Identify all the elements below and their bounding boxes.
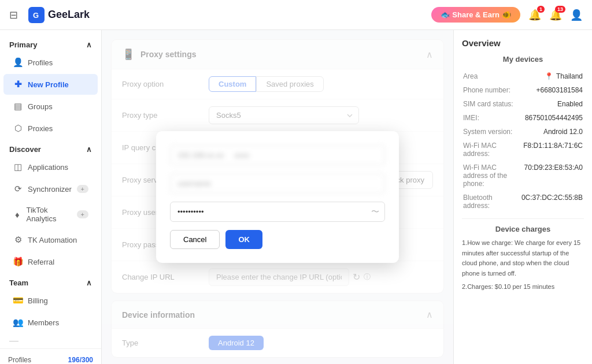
sidebar-item-synchronizer[interactable]: ⟳ Synchronizer + — [3, 179, 98, 199]
right-panel: Overview My devices Area 📍 Thailand Phon… — [453, 30, 592, 364]
user-avatar-icon[interactable]: 👤 — [570, 9, 583, 21]
sidebar-item-proxies[interactable]: ⬡ Proxies — [3, 118, 98, 139]
area-label: Area — [462, 69, 520, 83]
profiles-value: 196/300 — [68, 356, 93, 364]
sidebar-item-profiles[interactable]: 👤 Profiles — [3, 52, 98, 73]
my-devices-title: My devices — [462, 55, 584, 64]
modal-ok-button[interactable]: OK — [225, 230, 262, 249]
sidebar-item-new-profile[interactable]: ✚ New Profile — [3, 74, 98, 95]
notification-badge-2: 13 — [555, 6, 565, 13]
sidebar-item-label: Groups — [28, 102, 53, 111]
tk-automation-icon: ⚙ — [13, 235, 23, 245]
modal-proxy-username-input[interactable] — [170, 173, 385, 194]
sidebar-primary-section[interactable]: Primary ∧ — [0, 35, 101, 51]
logo-icon: G — [28, 7, 45, 23]
modal-proxy-server-input[interactable] — [170, 145, 385, 165]
device-charges-title: Device charges — [462, 225, 584, 233]
chevron-up-icon: ∧ — [86, 40, 92, 49]
modal-overlay: 〜 Cancel OK — [102, 30, 453, 364]
sim-row: SIM card status: Enabled — [462, 97, 584, 111]
app-title: GeeLark — [48, 9, 90, 21]
area-value: 📍 Thailand — [520, 69, 584, 83]
sidebar-item-label: New Profile — [28, 80, 69, 89]
modal-cancel-button[interactable]: Cancel — [170, 230, 220, 249]
tiktok-analytics-icon: ♦ — [13, 210, 21, 220]
modal-password-wrap: 〜 — [170, 202, 385, 222]
proxies-icon: ⬡ — [13, 123, 23, 133]
billing-icon: 💳 — [13, 295, 23, 306]
sidebar-primary-label: Primary — [9, 40, 37, 49]
sidebar-team-label: Team — [9, 278, 28, 287]
right-divider — [462, 218, 584, 219]
charges-text-2: 2.Charges: $0.10 per 15 minutes — [462, 282, 584, 292]
sidebar: Primary ∧ 👤 Profiles ✚ New Profile ▤ Gro… — [0, 30, 102, 364]
sidebar-separator-line: — — [0, 333, 101, 348]
topbar-left: ⊟ G GeeLark — [9, 7, 90, 23]
overview-title: Overview — [462, 38, 584, 48]
modal-box: 〜 Cancel OK — [156, 131, 399, 263]
sidebar-discover-section[interactable]: Discover ∧ — [0, 139, 101, 156]
sim-value: Enabled — [520, 97, 584, 111]
sidebar-item-label: Members — [28, 318, 59, 327]
groups-icon: ▤ — [13, 101, 23, 112]
bt-value: 0C:37:DC:2C:55:8B — [520, 191, 584, 213]
sidebar-toggle-icon[interactable]: ⊟ — [9, 9, 18, 21]
imei-value: 867501054442495 — [520, 111, 584, 125]
chevron-up-icon: ∧ — [86, 145, 92, 154]
notification-badge-1: 1 — [537, 6, 545, 13]
sidebar-item-label: Billing — [28, 296, 48, 305]
phone-value: +66803181584 — [520, 83, 584, 97]
sidebar-item-label: TK Automation — [28, 236, 77, 244]
phone-row: Phone number: +66803181584 — [462, 83, 584, 97]
topbar: ⊟ G GeeLark 🐟 Share & Earn 🐠 🔔 1 🔔 13 👤 — [0, 0, 592, 30]
bt-label: Bluetooth address: — [462, 191, 520, 213]
sys-value: Android 12.0 — [520, 125, 584, 139]
new-profile-icon: ✚ — [13, 79, 23, 90]
charges-text: 1.How we charge: We charge for every 15 … — [462, 238, 584, 278]
sidebar-item-applications[interactable]: ◫ Applications — [3, 157, 98, 177]
sidebar-discover-label: Discover — [9, 145, 41, 154]
notification-icon-1[interactable]: 🔔 1 — [528, 9, 541, 21]
sim-label: SIM card status: — [462, 97, 520, 111]
sidebar-item-members[interactable]: 👥 Members — [3, 312, 98, 333]
bt-row: Bluetooth address: 0C:37:DC:2C:55:8B — [462, 191, 584, 213]
location-icon: 📍 — [545, 72, 553, 80]
applications-icon: ◫ — [13, 162, 23, 172]
wifi-mac-row: Wi-Fi MAC address: F8:D1:11:8A:71:6C — [462, 139, 584, 161]
profiles-count-row: Profiles 196/300 — [8, 356, 93, 364]
chevron-up-icon: ∧ — [86, 278, 92, 287]
sidebar-item-label: Synchronizer — [28, 185, 72, 194]
sidebar-item-label: Referral — [28, 258, 54, 266]
imei-label: IMEI: — [462, 111, 520, 125]
sidebar-team-section[interactable]: Team ∧ — [0, 273, 101, 289]
area-row: Area 📍 Thailand — [462, 69, 584, 83]
sidebar-footer: Profiles 196/300 Users 38/39 Renew now 0… — [0, 348, 101, 364]
imei-row: IMEI: 867501054442495 — [462, 111, 584, 125]
profiles-label: Profiles — [8, 356, 31, 364]
modal-actions: Cancel OK — [170, 230, 385, 249]
modal-eye-icon[interactable]: 〜 — [371, 207, 379, 217]
sidebar-item-label: Proxies — [28, 124, 53, 133]
notification-icon-2[interactable]: 🔔 13 — [549, 9, 562, 21]
wifi-mac-phone-value: 70:D9:23:E8:53:A0 — [520, 161, 584, 191]
sidebar-item-billing[interactable]: 💳 Billing — [3, 290, 98, 311]
phone-label: Phone number: — [462, 83, 520, 97]
wifi-mac-phone-label: Wi-Fi MAC address of the phone: — [462, 161, 520, 191]
sidebar-item-referral[interactable]: 🎁 Referral — [3, 251, 98, 272]
modal-proxy-password-input[interactable] — [170, 202, 385, 222]
svg-text:G: G — [33, 11, 39, 20]
share-earn-button[interactable]: 🐟 Share & Earn 🐠 — [431, 7, 520, 23]
sidebar-item-tk-automation[interactable]: ⚙ TK Automation — [3, 229, 98, 250]
wifi-mac-value: F8:D1:11:8A:71:6C — [520, 139, 584, 161]
sidebar-item-groups[interactable]: ▤ Groups — [3, 96, 98, 117]
sidebar-item-tiktok-analytics[interactable]: ♦ TikTok Analytics + — [3, 200, 98, 228]
sys-row: System version: Android 12.0 — [462, 125, 584, 139]
content-area: 📱 Proxy settings ∧ Proxy option Custom S… — [102, 30, 592, 364]
topbar-icons: 🔔 1 🔔 13 👤 — [528, 9, 583, 21]
referral-icon: 🎁 — [13, 257, 23, 267]
synchronizer-icon: ⟳ — [13, 184, 23, 194]
sys-label: System version: — [462, 125, 520, 139]
sidebar-item-label: TikTok Analytics — [26, 206, 72, 223]
profiles-icon: 👤 — [13, 57, 23, 68]
wifi-mac-label: Wi-Fi MAC address: — [462, 139, 520, 161]
